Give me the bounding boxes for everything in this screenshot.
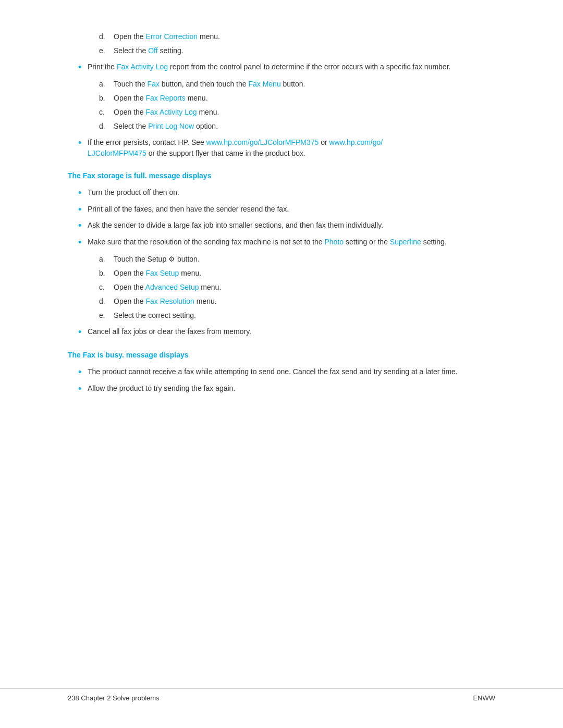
alpha-list-abcd: a. Touch the Fax button, and then touch … xyxy=(99,79,495,132)
text-a: Touch the Fax button, and then touch the… xyxy=(114,79,495,90)
text-photo-setting: Make sure that the resolution of the sen… xyxy=(88,237,495,249)
label-c: c. xyxy=(99,107,114,118)
list-item-d: d. Open the Error Correction menu. xyxy=(99,31,495,42)
content-area: d. Open the Error Correction menu. e. Se… xyxy=(68,31,495,395)
text-cannot-receive: The product cannot receive a fax while a… xyxy=(88,366,495,378)
alpha-list-de: d. Open the Error Correction menu. e. Se… xyxy=(99,31,495,56)
text-cancel: Cancel all fax jobs or clear the faxes f… xyxy=(88,326,495,338)
text-d: Open the Error Correction menu. xyxy=(114,31,495,42)
bullet-item-error-persists: • If the error persists, contact HP. See… xyxy=(78,137,495,159)
bullet-item-turn-off: • Turn the product off then on. xyxy=(78,187,495,199)
label-setup-a: a. xyxy=(99,254,114,265)
bullet-icon-1: • xyxy=(78,61,88,73)
section-heading-fax-storage: The Fax storage is full. message display… xyxy=(68,171,495,180)
text-setup-d: Open the Fax Resolution menu. xyxy=(114,296,495,307)
bullet-item-allow-product: • Allow the product to try sending the f… xyxy=(78,383,495,395)
text-setup-a: Touch the Setup ⚙ button. xyxy=(114,254,495,265)
text-allow-product: Allow the product to try sending the fax… xyxy=(88,383,495,395)
text-d2: Select the Print Log Now option. xyxy=(114,121,495,132)
list-item-setup-d: d. Open the Fax Resolution menu. xyxy=(99,296,495,307)
label-b: b. xyxy=(99,93,114,104)
text-b: Open the Fax Reports menu. xyxy=(114,93,495,104)
link-fax-menu[interactable]: Fax Menu xyxy=(248,80,280,88)
bullet-icon-3: • xyxy=(78,187,88,199)
bullet-icon-7: • xyxy=(78,326,88,338)
link-print-log-now[interactable]: Print Log Now xyxy=(148,122,194,130)
bullet-list-1: • Print the Fax Activity Log report from… xyxy=(78,61,495,73)
bullet-item-fax-log: • Print the Fax Activity Log report from… xyxy=(78,61,495,73)
footer-left: 238 Chapter 2 Solve problems xyxy=(68,694,160,702)
list-item-setup-c: c. Open the Advanced Setup menu. xyxy=(99,282,495,293)
text-print-faxes: Print all of the faxes, and then have th… xyxy=(88,204,495,216)
link-photo[interactable]: Photo xyxy=(325,238,344,246)
bullet-list-fax-busy: • The product cannot receive a fax while… xyxy=(78,366,495,395)
setup-icon: ⚙ xyxy=(168,255,175,263)
text-fax-log: Print the Fax Activity Log report from t… xyxy=(88,61,495,73)
text-e: Select the Off setting. xyxy=(114,45,495,56)
bullet-list-fax-storage: • Turn the product off then on. • Print … xyxy=(78,187,495,249)
link-fax[interactable]: Fax xyxy=(148,80,160,88)
section-heading-fax-busy: The Fax is busy. message displays xyxy=(68,351,495,359)
list-item-setup-e: e. Select the correct setting. xyxy=(99,310,495,321)
link-fax-activity-log-2[interactable]: Fax Activity Log xyxy=(146,108,197,116)
bullet-icon-6: • xyxy=(78,237,88,249)
bullet-icon-5: • xyxy=(78,220,88,232)
link-fax-setup[interactable]: Fax Setup xyxy=(146,269,179,277)
list-item-d2: d. Select the Print Log Now option. xyxy=(99,121,495,132)
link-superfine[interactable]: Superfine xyxy=(390,238,421,246)
bullet-item-cancel: • Cancel all fax jobs or clear the faxes… xyxy=(78,326,495,338)
bullet-list-cancel: • Cancel all fax jobs or clear the faxes… xyxy=(78,326,495,338)
label-setup-c: c. xyxy=(99,282,114,293)
label-a: a. xyxy=(99,79,114,90)
link-hp-375[interactable]: www.hp.com/go/LJColorMFPM375 xyxy=(206,138,319,146)
label-e: e. xyxy=(99,45,114,56)
label-setup-d: d. xyxy=(99,296,114,307)
list-item-a: a. Touch the Fax button, and then touch … xyxy=(99,79,495,90)
footer: 238 Chapter 2 Solve problems ENWW xyxy=(0,688,563,702)
bullet-icon-8: • xyxy=(78,366,88,378)
bullet-item-cannot-receive: • The product cannot receive a fax while… xyxy=(78,366,495,378)
text-error-persists: If the error persists, contact HP. See w… xyxy=(88,137,495,159)
bullet-icon-4: • xyxy=(78,204,88,216)
label-setup-b: b. xyxy=(99,268,114,279)
list-item-setup-b: b. Open the Fax Setup menu. xyxy=(99,268,495,279)
label-d: d. xyxy=(99,31,114,42)
text-setup-b: Open the Fax Setup menu. xyxy=(114,268,495,279)
text-setup-e: Select the correct setting. xyxy=(114,310,495,321)
label-setup-e: e. xyxy=(99,310,114,321)
list-item-c: c. Open the Fax Activity Log menu. xyxy=(99,107,495,118)
label-d2: d. xyxy=(99,121,114,132)
text-turn-off: Turn the product off then on. xyxy=(88,187,495,199)
bullet-icon-9: • xyxy=(78,383,88,395)
bullet-icon-2: • xyxy=(78,137,88,159)
text-setup-c: Open the Advanced Setup menu. xyxy=(114,282,495,293)
alpha-list-setup: a. Touch the Setup ⚙ button. b. Open the… xyxy=(99,254,495,321)
link-off[interactable]: Off xyxy=(148,46,157,55)
text-divide: Ask the sender to divide a large fax job… xyxy=(88,220,495,232)
list-item-e: e. Select the Off setting. xyxy=(99,45,495,56)
link-advanced-setup[interactable]: Advanced Setup xyxy=(145,283,199,291)
bullet-item-print-faxes: • Print all of the faxes, and then have … xyxy=(78,204,495,216)
bullet-item-divide: • Ask the sender to divide a large fax j… xyxy=(78,220,495,232)
text-c: Open the Fax Activity Log menu. xyxy=(114,107,495,118)
link-fax-reports[interactable]: Fax Reports xyxy=(146,94,186,102)
bullet-list-2: • If the error persists, contact HP. See… xyxy=(78,137,495,159)
footer-right: ENWW xyxy=(473,694,495,702)
link-fax-resolution[interactable]: Fax Resolution xyxy=(146,297,194,305)
list-item-setup-a: a. Touch the Setup ⚙ button. xyxy=(99,254,495,265)
page: d. Open the Error Correction menu. e. Se… xyxy=(0,0,563,728)
link-fax-activity-log[interactable]: Fax Activity Log xyxy=(117,63,168,71)
list-item-b: b. Open the Fax Reports menu. xyxy=(99,93,495,104)
link-error-correction[interactable]: Error Correction xyxy=(146,32,198,41)
bullet-item-photo-setting: • Make sure that the resolution of the s… xyxy=(78,237,495,249)
